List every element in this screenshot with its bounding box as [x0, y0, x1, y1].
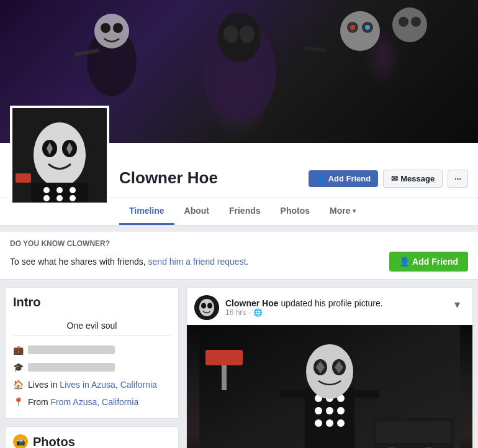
location-icon: 🏠 [13, 380, 23, 390]
tab-about[interactable]: About [174, 198, 219, 225]
post-action-label: updated his profile picture. [281, 298, 382, 308]
intro-lives-item: 🏠 Lives in Lives in Azusa, California [13, 376, 171, 393]
svg-rect-59 [205, 350, 243, 365]
post-image-svg [199, 325, 460, 448]
post-avatar[interactable] [194, 295, 219, 320]
post-action-text: Clowner Hoe updated his profile picture. [225, 298, 383, 308]
svg-point-19 [34, 122, 86, 187]
know-banner-body: To see what he shares with friends, send… [10, 252, 468, 272]
svg-point-14 [399, 17, 408, 27]
intro-from-text: From From Azusa, California [28, 397, 138, 407]
profile-picture[interactable] [10, 106, 109, 205]
right-column: Clowner Hoe updated his profile picture.… [186, 287, 473, 448]
post-avatar-svg [194, 295, 219, 320]
post-image-bg [187, 325, 472, 448]
photos-icon: 📷 [13, 434, 28, 448]
svg-point-25 [43, 187, 50, 193]
svg-rect-54 [351, 390, 379, 398]
svg-point-44 [337, 407, 345, 414]
post-time: 16 hrs · [225, 308, 383, 317]
tab-friends[interactable]: Friends [219, 198, 271, 225]
post-expand-button[interactable]: ▾ [449, 295, 465, 314]
svg-point-27 [70, 187, 76, 193]
pin-icon: 📍 [13, 397, 23, 407]
lives-city-link[interactable]: Lives in Azusa, California [60, 380, 156, 390]
post-header-left: Clowner Hoe updated his profile picture.… [194, 295, 383, 320]
svg-point-48 [306, 344, 353, 399]
add-friend-button[interactable]: 👤 Add Friend [309, 170, 379, 187]
more-chevron-icon: ▾ [353, 208, 356, 214]
svg-point-15 [411, 17, 421, 27]
svg-rect-56 [376, 421, 451, 443]
svg-rect-53 [280, 390, 308, 398]
svg-point-1 [217, 12, 261, 62]
post-image[interactable] [187, 325, 472, 448]
svg-point-8 [340, 11, 380, 51]
message-button[interactable]: ✉ Message [383, 170, 443, 188]
intro-studied-item: 🎓 [13, 359, 171, 376]
svg-point-5 [94, 14, 129, 48]
svg-point-7 [113, 23, 123, 33]
left-column: Intro One evil soul 💼 🎓 🏠 Lives in Lives… [5, 287, 179, 448]
svg-point-35 [207, 303, 212, 309]
svg-point-12 [365, 25, 370, 30]
profile-pic-svg [12, 108, 107, 203]
intro-from-item: 📍 From From Azusa, California [13, 393, 171, 411]
svg-point-2 [223, 25, 238, 43]
svg-rect-60 [222, 365, 227, 390]
svg-rect-31 [16, 173, 31, 183]
svg-point-47 [337, 419, 345, 427]
svg-point-29 [56, 195, 63, 201]
svg-point-28 [43, 195, 50, 201]
svg-rect-17 [304, 47, 326, 52]
svg-point-45 [315, 419, 322, 427]
profile-content: Clowner Hoe 👤 Add Friend ✉ Message ··· T… [0, 143, 478, 225]
post-time-dot: · [248, 308, 250, 317]
svg-point-34 [201, 303, 206, 309]
intro-lives-text: Lives in Lives in Azusa, California [28, 380, 157, 390]
intro-work-item: 💼 [13, 341, 171, 359]
more-options-button[interactable]: ··· [448, 170, 468, 188]
person-plus-icon: 👤 [316, 174, 326, 183]
from-city-link[interactable]: From Azusa, California [51, 397, 139, 407]
friend-request-link[interactable]: send him a friend request. [148, 257, 249, 267]
post-header: Clowner Hoe updated his profile picture.… [187, 288, 472, 325]
profile-pic-image [12, 108, 107, 203]
work-icon: 💼 [13, 345, 23, 355]
svg-point-26 [56, 187, 63, 193]
main-content: Intro One evil soul 💼 🎓 🏠 Lives in Lives… [0, 280, 478, 448]
svg-point-43 [326, 407, 333, 414]
profile-actions: 👤 Add Friend ✉ Message ··· [309, 170, 468, 193]
tab-timeline[interactable]: Timeline [119, 198, 174, 225]
know-banner-title: DO YOU KNOW CLOWNER? [10, 239, 468, 248]
post-card: Clowner Hoe updated his profile picture.… [186, 287, 473, 448]
intro-studied-blurred [28, 363, 115, 372]
add-friend-green-button[interactable]: 👤 Add Friend [389, 252, 468, 272]
study-icon: 🎓 [13, 362, 23, 372]
svg-point-13 [392, 7, 427, 42]
know-banner: DO YOU KNOW CLOWNER? To see what he shar… [0, 232, 478, 280]
know-banner-text: To see what he shares with friends, send… [10, 257, 248, 267]
post-meta: Clowner Hoe updated his profile picture.… [225, 298, 383, 317]
intro-title: Intro [13, 295, 171, 309]
post-privacy-icon [253, 308, 263, 317]
svg-point-6 [101, 23, 110, 33]
svg-point-46 [326, 419, 333, 427]
svg-point-3 [240, 25, 255, 43]
message-icon: ✉ [391, 174, 398, 183]
svg-point-42 [315, 407, 322, 414]
intro-work-blurred [28, 345, 115, 354]
profile-section: Clowner Hoe 👤 Add Friend ✉ Message ··· T… [0, 143, 478, 226]
photos-title: 📷 Photos [13, 434, 171, 448]
svg-point-33 [199, 299, 214, 316]
profile-name: Clowner Hoe [119, 168, 218, 193]
intro-card: Intro One evil soul 💼 🎓 🏠 Lives in Lives… [5, 287, 179, 419]
tab-photos[interactable]: Photos [271, 198, 320, 225]
svg-point-30 [70, 195, 76, 201]
add-friend-green-icon: 👤 [399, 257, 410, 267]
photos-card: 📷 Photos [5, 426, 179, 448]
svg-point-11 [350, 25, 355, 30]
post-author[interactable]: Clowner Hoe [225, 298, 279, 308]
intro-bio: One evil soul [13, 316, 171, 336]
tab-more[interactable]: More ▾ [320, 198, 366, 225]
